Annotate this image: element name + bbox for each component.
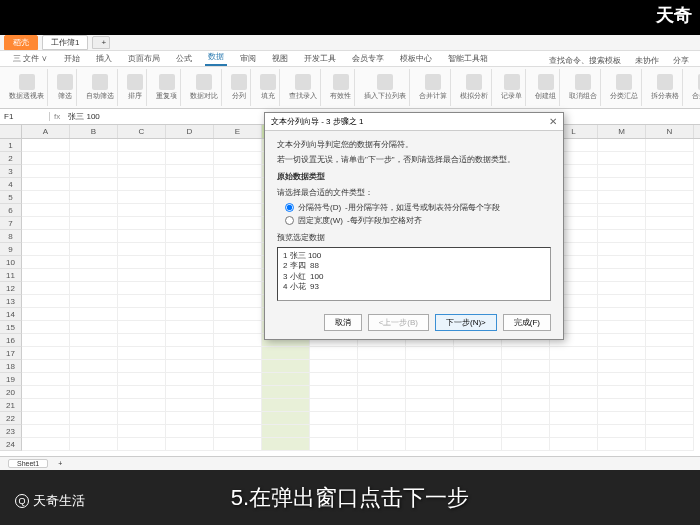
cell[interactable] bbox=[358, 425, 406, 438]
cell[interactable] bbox=[22, 217, 70, 230]
row-header[interactable]: 13 bbox=[0, 295, 22, 308]
cell[interactable] bbox=[598, 282, 646, 295]
cell[interactable] bbox=[646, 256, 694, 269]
col-A[interactable]: A bbox=[22, 125, 70, 138]
cell[interactable] bbox=[262, 438, 310, 451]
cell[interactable] bbox=[262, 373, 310, 386]
cell[interactable] bbox=[214, 191, 262, 204]
cell[interactable] bbox=[70, 256, 118, 269]
cell[interactable] bbox=[166, 321, 214, 334]
cell[interactable] bbox=[22, 360, 70, 373]
cell[interactable] bbox=[166, 243, 214, 256]
row-header[interactable]: 16 bbox=[0, 334, 22, 347]
cell[interactable] bbox=[598, 204, 646, 217]
radio-delimited-input[interactable] bbox=[285, 203, 294, 212]
cell[interactable] bbox=[454, 425, 502, 438]
cell[interactable] bbox=[646, 243, 694, 256]
col-M[interactable]: M bbox=[598, 125, 646, 138]
cell[interactable] bbox=[214, 438, 262, 451]
cell[interactable] bbox=[22, 334, 70, 347]
cell[interactable] bbox=[22, 321, 70, 334]
cell[interactable] bbox=[646, 282, 694, 295]
cell[interactable] bbox=[406, 386, 454, 399]
cell[interactable] bbox=[118, 334, 166, 347]
cell[interactable] bbox=[118, 308, 166, 321]
cell[interactable] bbox=[22, 204, 70, 217]
cell[interactable] bbox=[22, 256, 70, 269]
name-box[interactable]: F1 bbox=[0, 112, 50, 121]
rg-sim[interactable]: 模拟分析 bbox=[457, 69, 492, 106]
cell[interactable] bbox=[118, 256, 166, 269]
cell[interactable] bbox=[118, 165, 166, 178]
cell[interactable] bbox=[166, 438, 214, 451]
row-header[interactable]: 21 bbox=[0, 399, 22, 412]
coop-status[interactable]: 未协作 bbox=[632, 53, 662, 68]
cell[interactable] bbox=[22, 308, 70, 321]
cell[interactable] bbox=[454, 360, 502, 373]
cell[interactable] bbox=[214, 347, 262, 360]
cell[interactable] bbox=[214, 204, 262, 217]
rg-fill[interactable]: 填充 bbox=[257, 69, 280, 106]
cell[interactable] bbox=[166, 139, 214, 152]
radio-fixed[interactable]: 固定宽度(W) -每列字段加空格对齐 bbox=[285, 215, 551, 226]
row-header[interactable]: 7 bbox=[0, 217, 22, 230]
cell[interactable] bbox=[406, 412, 454, 425]
cell[interactable] bbox=[550, 360, 598, 373]
col-C[interactable]: C bbox=[118, 125, 166, 138]
cell[interactable] bbox=[310, 399, 358, 412]
rg-lookup[interactable]: 查找录入 bbox=[286, 69, 321, 106]
cell[interactable] bbox=[166, 295, 214, 308]
cell[interactable] bbox=[598, 386, 646, 399]
cell[interactable] bbox=[598, 256, 646, 269]
cell[interactable] bbox=[646, 347, 694, 360]
row-header[interactable]: 15 bbox=[0, 321, 22, 334]
tab-new[interactable]: + bbox=[92, 36, 110, 49]
cell[interactable] bbox=[646, 308, 694, 321]
cell[interactable] bbox=[646, 230, 694, 243]
rg-sort[interactable]: 排序 bbox=[124, 69, 147, 106]
row-header[interactable]: 20 bbox=[0, 386, 22, 399]
cell[interactable] bbox=[166, 308, 214, 321]
cell[interactable] bbox=[214, 282, 262, 295]
cell[interactable] bbox=[166, 152, 214, 165]
cell[interactable] bbox=[502, 425, 550, 438]
rg-split-table[interactable]: 拆分表格 bbox=[648, 69, 683, 106]
cell[interactable] bbox=[214, 412, 262, 425]
cell[interactable] bbox=[550, 438, 598, 451]
cell[interactable] bbox=[22, 139, 70, 152]
row-header[interactable]: 19 bbox=[0, 373, 22, 386]
cell[interactable] bbox=[358, 360, 406, 373]
cell[interactable] bbox=[118, 178, 166, 191]
cell[interactable] bbox=[118, 373, 166, 386]
cell[interactable] bbox=[646, 295, 694, 308]
cell[interactable] bbox=[118, 412, 166, 425]
cell[interactable] bbox=[214, 360, 262, 373]
row-header[interactable]: 9 bbox=[0, 243, 22, 256]
close-icon[interactable]: ✕ bbox=[549, 116, 557, 127]
rg-record[interactable]: 记录单 bbox=[498, 69, 526, 106]
rtab-data[interactable]: 数据 bbox=[205, 49, 227, 66]
cell[interactable] bbox=[214, 165, 262, 178]
cell[interactable] bbox=[166, 217, 214, 230]
radio-delimited[interactable]: 分隔符号(D) -用分隔字符，如逗号或制表符分隔每个字段 bbox=[285, 202, 551, 213]
cell[interactable] bbox=[598, 139, 646, 152]
cell[interactable] bbox=[646, 399, 694, 412]
cell[interactable] bbox=[70, 373, 118, 386]
cell[interactable] bbox=[22, 373, 70, 386]
cell[interactable] bbox=[262, 360, 310, 373]
cell[interactable] bbox=[646, 217, 694, 230]
cell[interactable] bbox=[646, 386, 694, 399]
rtab-formula[interactable]: 公式 bbox=[173, 51, 195, 66]
cell[interactable] bbox=[214, 308, 262, 321]
cell[interactable] bbox=[22, 152, 70, 165]
cell[interactable] bbox=[166, 204, 214, 217]
cell[interactable] bbox=[502, 386, 550, 399]
rg-filter[interactable]: 筛选 bbox=[54, 69, 77, 106]
rtab-template[interactable]: 模板中心 bbox=[397, 51, 435, 66]
cell[interactable] bbox=[358, 438, 406, 451]
rtab-insert[interactable]: 插入 bbox=[93, 51, 115, 66]
cell[interactable] bbox=[454, 373, 502, 386]
next-button[interactable]: 下一步(N)> bbox=[435, 314, 497, 331]
preview-box[interactable]: 1 张三 100 2 李四 88 3 小红 100 4 小花 93 bbox=[277, 247, 551, 301]
col-D[interactable]: D bbox=[166, 125, 214, 138]
